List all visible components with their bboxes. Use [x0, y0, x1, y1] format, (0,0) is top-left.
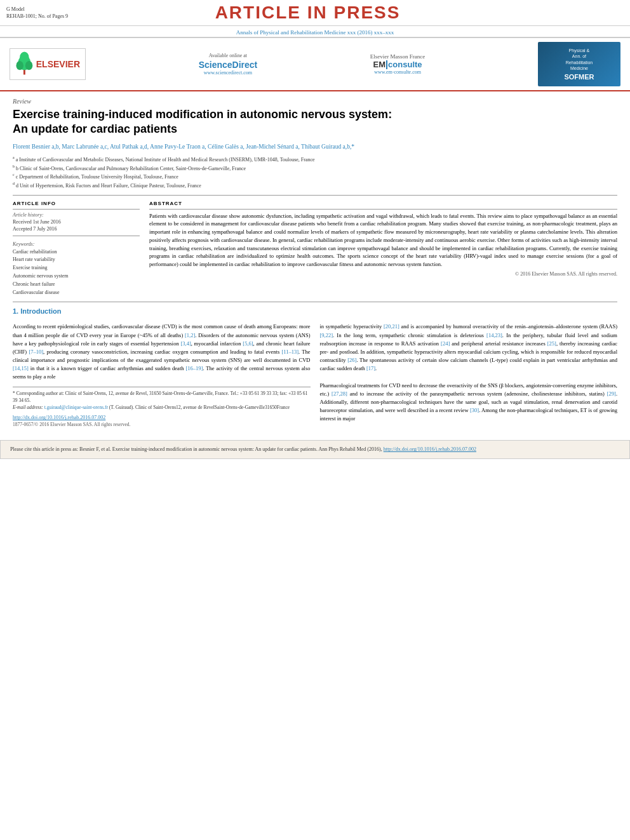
top-header: G Model REHAB-1001; No. of Pages 9 ARTIC…	[0, 0, 630, 26]
intro-col-left: According to recent epidemiological stud…	[13, 323, 311, 427]
main-content: Review Exercise training-induced modific…	[0, 91, 630, 434]
affiliation-d: d d Unit of Hypertension, Risk Factors a…	[13, 181, 617, 190]
model-info: G Model REHAB-1001; No. of Pages 9	[6, 6, 68, 20]
divider-1	[13, 195, 617, 196]
em-consulte-logo: EMconsulte	[370, 60, 425, 70]
citation-bar: Please cite this article in press as: Be…	[0, 440, 630, 459]
affiliation-a: a a Institute of Cardiovascular and Meta…	[13, 155, 617, 164]
authors-list: Florent Besnier a,b, Marc Labrunée a,c, …	[13, 142, 617, 151]
article-type-label: Review	[13, 98, 617, 105]
affiliation-b: b b Clinic of Saint-Orens, Cardiovascula…	[13, 164, 617, 173]
article-title: Exercise training-induced modification i…	[13, 107, 617, 137]
intro-col-right: in sympathetic hyperactivity [20,21] and…	[320, 323, 618, 427]
sciencedirect-area: Available online at ScienceDirect www.sc…	[199, 53, 258, 76]
publisher-bar: ELSEVIER Available online at ScienceDire…	[0, 37, 630, 91]
elsevier-logo-area: ELSEVIER	[10, 48, 86, 80]
footnote-area: * Corresponding author at: Clinic of Sai…	[13, 387, 311, 411]
svg-point-2	[16, 61, 23, 70]
abstract-col: ABSTRACT Patients with cardiovascular di…	[149, 201, 617, 297]
journal-title-bar: Annals of Physical and Rehabilitation Me…	[0, 26, 630, 37]
article-info-col: ARTICLE INFO Article history: Received 1…	[13, 201, 140, 297]
svg-point-4	[20, 52, 29, 63]
introduction-cols: According to recent epidemiological stud…	[13, 323, 617, 427]
article-in-press-banner: ARTICLE IN PRESS	[215, 3, 401, 23]
affiliations: a a Institute of Cardiovascular and Meta…	[13, 155, 617, 190]
em-consulte-area: Elsevier Masson France EMconsulte www.em…	[370, 53, 425, 76]
intro-text-left: According to recent epidemiological stud…	[13, 323, 311, 381]
elsevier-text: ELSEVIER	[36, 59, 80, 69]
svg-point-3	[25, 61, 33, 70]
footnote-email: E-mail address: t.guiraud@clinique-saint…	[13, 404, 311, 411]
info-abstract-section: ARTICLE INFO Article history: Received 1…	[13, 201, 617, 297]
intro-text-right: in sympathetic hyperactivity [20,21] and…	[320, 323, 618, 423]
footnote-corresponding: * Corresponding author at: Clinic of Sai…	[13, 390, 311, 404]
elsevier-tree-icon	[15, 51, 34, 77]
elsevier-logo: ELSEVIER	[10, 48, 86, 80]
affiliation-c: c c Department of Rehabilitation, Toulou…	[13, 172, 617, 181]
divider-2	[13, 302, 617, 302]
journal-badge: Physical &Ann. ofRehabilitationMedicine …	[538, 42, 620, 86]
introduction-section: 1. Introduction According to recent epid…	[13, 307, 617, 427]
doi-area: http://dx.doi.org/10.1016/j.rehab.2016.0…	[13, 415, 311, 427]
